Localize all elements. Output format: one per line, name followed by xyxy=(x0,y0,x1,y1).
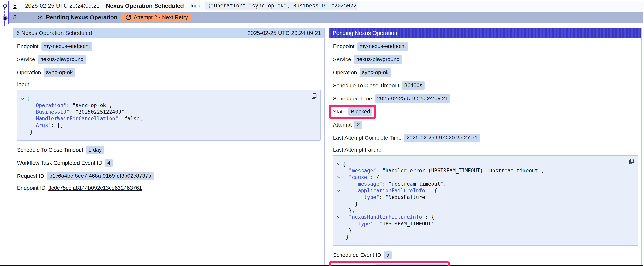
left-panel-title: 5 Nexus Operation Scheduled xyxy=(16,30,92,36)
field-endpoint: Endpoint my-nexus-endpoint xyxy=(17,42,321,51)
retry-icon xyxy=(126,15,131,20)
field-service: Service nexus-playground xyxy=(333,55,638,64)
retry-attempt-badge: Attempt 2 · Next Retry xyxy=(122,13,191,22)
event-id-link[interactable]: 5 xyxy=(13,3,16,9)
collapse-chevron-icon[interactable] xyxy=(337,215,340,218)
failure-section-label: Last Attempt Failure xyxy=(333,147,638,153)
event-id-link[interactable]: 5 xyxy=(13,14,16,21)
left-panel-timestamp: 2025-02-25 UTC 20:24:09.21 xyxy=(248,30,321,36)
field-operation: Operation sync-op-ok xyxy=(17,68,321,77)
event-timestamp: 2025-02-25 UTC 20:24:09.21 xyxy=(25,3,100,9)
field-scheduled-time: Scheduled Time 2025-02-25 UTC 20:24:09.2… xyxy=(333,94,638,103)
right-panel-header: Pending Nexus Operation xyxy=(330,28,642,38)
event-open-circle-icon xyxy=(3,4,7,8)
selected-event-accent-bar xyxy=(8,1,9,24)
field-service: Service nexus-playground xyxy=(17,55,321,64)
service-value-chip: nexus-playground xyxy=(354,55,402,64)
attempt-value-chip: 2 xyxy=(354,121,362,129)
failure-json-viewer: { "message": "handler error (UPSTREAM_TI… xyxy=(333,155,638,246)
field-endpoint-id: Endpoint ID 3c0c75ccfa8144b092c13ce63246… xyxy=(17,185,321,191)
copy-icon[interactable] xyxy=(628,158,635,165)
field-schedule-to-close-timeout: Schedule To Close Timeout 1 day xyxy=(17,146,321,154)
last-attempt-time-chip: 2025-02-25 UTC 20:25:27.51 xyxy=(404,134,480,142)
state-value-chip: Blocked xyxy=(348,107,372,116)
input-preview-chip: {"Operation":"sync-op-ok","BusinessID":"… xyxy=(205,2,357,10)
request-id-chip: b1c6a4bc-8ee7-468a-9169-df3b02c8737b xyxy=(47,172,154,180)
service-value-chip: nexus-playground xyxy=(38,55,86,64)
field-last-attempt-complete-time: Last Attempt Complete Time 2025-02-25 UT… xyxy=(333,134,638,142)
field-operation: Operation sync-op-ok xyxy=(333,68,638,77)
field-schedule-to-close-timeout: Schedule To Close Timeout 86400s xyxy=(333,81,638,90)
collapse-chevron-icon[interactable] xyxy=(337,162,340,165)
input-label: Input xyxy=(190,3,202,9)
pending-asterisk-icon xyxy=(37,14,43,21)
operation-value-chip: sync-op-ok xyxy=(44,68,75,77)
collapse-chevron-icon[interactable] xyxy=(337,175,340,178)
copy-icon[interactable] xyxy=(310,93,318,100)
field-workflow-task-completed-event-id: Workflow Task Completed Event ID 4 xyxy=(17,159,321,167)
wtc-event-id-chip: 4 xyxy=(105,159,113,167)
left-panel-header: 5 Nexus Operation Scheduled 2025-02-25 U… xyxy=(14,28,324,38)
field-scheduled-event-id: Scheduled Event ID 5 xyxy=(333,251,638,259)
scrollbar-gutter[interactable] xyxy=(643,1,644,266)
timeout-value-chip: 1 day xyxy=(86,146,104,154)
pending-operation-panel: Pending Nexus Operation Endpoint my-nexu… xyxy=(329,28,642,265)
endpoint-value-chip: my-nexus-endpoint xyxy=(357,42,408,51)
endpoint-id-link[interactable]: 3c0c75ccfa8144b092c13ce632463761 xyxy=(48,185,142,191)
collapse-chevron-icon[interactable] xyxy=(337,188,340,191)
pending-event-dot-icon xyxy=(2,16,8,21)
input-json-viewer: { "Operation": "sync-op-ok", "BusinessID… xyxy=(17,90,321,141)
scheduled-event-id-chip: 5 xyxy=(384,251,392,259)
field-endpoint: Endpoint my-nexus-endpoint xyxy=(333,42,638,51)
operation-value-chip: sync-op-ok xyxy=(360,68,391,77)
endpoint-value-chip: my-nexus-endpoint xyxy=(41,42,92,51)
event-title: Pending Nexus Operation xyxy=(46,14,118,21)
right-panel-title: Pending Nexus Operation xyxy=(332,30,397,36)
input-section-label: Input xyxy=(17,81,321,88)
bottom-edge-line xyxy=(0,265,643,266)
field-request-id: Request ID b1c6a4bc-8ee7-468a-9169-df3b0… xyxy=(17,172,321,180)
event-history-view: 5 2025-02-25 UTC 20:24:09.21 Nexus Opera… xyxy=(0,0,644,266)
event-detail-panel-scheduled: 5 Nexus Operation Scheduled 2025-02-25 U… xyxy=(13,28,324,265)
event-title: Nexus Operation Scheduled xyxy=(106,3,184,9)
timeout-value-chip: 86400s xyxy=(402,81,424,90)
state-highlight-wrap: State Blocked xyxy=(333,107,372,116)
field-attempt: Attempt 2 xyxy=(333,121,638,129)
event-row-pending-nexus-operation[interactable]: 5 Pending Nexus Operation Attempt 2 · Ne… xyxy=(9,12,643,23)
collapse-chevron-icon[interactable] xyxy=(21,97,24,100)
retry-badge-label: Attempt 2 · Next Retry xyxy=(134,14,188,21)
scheduled-time-chip: 2025-02-25 UTC 20:24:09.21 xyxy=(375,94,450,103)
event-row-nexus-operation-scheduled[interactable]: 5 2025-02-25 UTC 20:24:09.21 Nexus Opera… xyxy=(9,1,643,11)
field-state: State Blocked xyxy=(333,107,372,116)
